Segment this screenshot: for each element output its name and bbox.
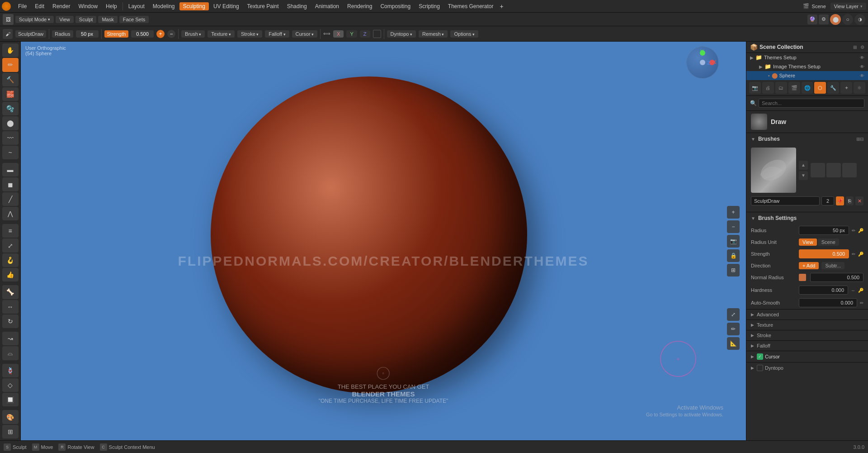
brushes-section-header[interactable]: ▼ Brushes ⊞ ⊟ xyxy=(746,133,868,145)
brush-type-icon[interactable]: 🖌 xyxy=(3,29,13,39)
image-themes-visibility[interactable]: 👁 xyxy=(860,64,864,69)
falloff-dropdown[interactable]: Falloff xyxy=(265,30,289,38)
view-mode-btn[interactable]: View xyxy=(56,16,74,23)
workspace-modeling[interactable]: Modeling xyxy=(149,2,179,10)
prop-output-icon[interactable]: 🖨 xyxy=(762,82,774,94)
grid-btn[interactable]: ⊞ xyxy=(727,264,740,277)
tool-fill[interactable]: ◼ xyxy=(2,177,19,191)
strength-edit-icon[interactable]: ✏ xyxy=(852,252,855,257)
menu-window[interactable]: Window xyxy=(75,2,101,10)
tool-smooth[interactable]: ~ xyxy=(2,146,19,159)
workspace-animation[interactable]: Animation xyxy=(311,2,343,10)
tool-elastic-deform[interactable]: ⤢ xyxy=(2,238,19,252)
collection-themes-setup[interactable]: ▶ 📁 Themes Setup 👁 xyxy=(746,53,868,62)
tool-nudge[interactable]: ↔ xyxy=(2,300,19,314)
brush-name-label[interactable]: SculptDraw xyxy=(15,30,46,38)
strength-add-btn[interactable]: + xyxy=(156,30,165,38)
collection-image-themes-setup[interactable]: ▶ 📁 Image Themes Setup 👁 xyxy=(746,62,868,71)
dyntopo-section[interactable]: ▶ Dyntopo xyxy=(746,362,868,373)
tool-clay[interactable]: 🔨 xyxy=(2,73,19,86)
axis-y[interactable]: Y xyxy=(346,30,357,38)
tool-draw-face-sets[interactable]: 🎨 xyxy=(2,410,19,424)
radius-keyframe-icon[interactable]: 🔑 xyxy=(858,228,863,233)
menu-render[interactable]: Render xyxy=(49,2,74,10)
collection-expand-icon[interactable]: ⊞ xyxy=(853,45,857,50)
workspace-shading[interactable]: Shading xyxy=(283,2,311,10)
brush-copy-btn[interactable]: ⎘ xyxy=(846,196,854,205)
dyntopo-dropdown[interactable]: Dyntopo xyxy=(387,30,416,38)
hardness-prop-value[interactable]: 0.000 xyxy=(799,286,848,295)
tool-snake-hook[interactable]: 🪝 xyxy=(2,253,19,267)
strength-sub-btn[interactable]: − xyxy=(167,30,175,38)
workspace-texture-paint[interactable]: Texture Paint xyxy=(244,2,283,10)
navigation-gizmo[interactable]: X Y Z xyxy=(686,46,719,79)
brush-grid-item-2[interactable] xyxy=(826,163,841,177)
transform-btn[interactable]: ⤢ xyxy=(727,308,740,321)
brushes-expand-icon[interactable]: ⊞ xyxy=(856,137,860,142)
viewport-shading-icon[interactable]: 🔮 xyxy=(807,14,817,24)
brush-preview-thumb[interactable] xyxy=(751,148,796,193)
prop-render-icon[interactable]: 📷 xyxy=(749,82,761,94)
tool-rotate[interactable]: ↻ xyxy=(2,315,19,328)
direction-add-btn[interactable]: + Add xyxy=(799,262,819,269)
strength-value[interactable]: 0.500 xyxy=(131,30,154,38)
themes-setup-visibility[interactable]: 👁 xyxy=(860,55,864,60)
collection-sphere[interactable]: • ⬤ Sphere 👁 xyxy=(746,71,868,80)
radius-unit-view-btn[interactable]: View xyxy=(799,238,817,246)
camera-btn[interactable]: 📷 xyxy=(727,235,740,248)
tool-inflate[interactable]: 🫧 xyxy=(2,102,19,115)
cursor-checkbox[interactable]: ✓ xyxy=(757,353,763,360)
sculpt-mode-selector[interactable]: Sculpt Mode xyxy=(15,16,54,23)
tool-pose[interactable]: 🦴 xyxy=(2,285,19,299)
strength-label[interactable]: Strength xyxy=(104,30,129,38)
normal-radius-value[interactable]: 0.500 xyxy=(810,273,863,282)
radius-edit-icon[interactable]: ✏ xyxy=(852,228,855,233)
options-dropdown[interactable]: Options xyxy=(450,30,478,38)
gizmo-sphere[interactable]: X Y Z xyxy=(686,46,719,79)
brush-delete-btn[interactable]: ✕ xyxy=(855,196,863,205)
sculpt-sphere[interactable] xyxy=(211,76,527,393)
prop-view-layer-icon[interactable]: 🗂 xyxy=(775,82,787,94)
prop-object-icon[interactable]: ⬡ xyxy=(814,82,826,94)
overlay-toggle[interactable]: ⚙ xyxy=(819,14,829,24)
remesh-dropdown[interactable]: Remesh xyxy=(419,30,448,38)
tool-sculpt-draw[interactable]: ✏ xyxy=(2,58,19,72)
menu-help[interactable]: Help xyxy=(102,2,121,10)
stroke-section[interactable]: ▶ Stroke xyxy=(746,330,868,340)
axis-x[interactable]: X xyxy=(333,30,344,38)
cursor-dropdown[interactable]: Cursor xyxy=(292,30,318,38)
radius-prop-value[interactable]: 50 px xyxy=(799,226,849,235)
auto-smooth-value[interactable]: 0.000 xyxy=(799,298,857,307)
tool-blob[interactable]: ⬤ xyxy=(2,116,19,130)
texture-dropdown[interactable]: Texture xyxy=(208,30,235,38)
axis-z[interactable]: Z xyxy=(360,30,370,38)
falloff-section[interactable]: ▶ Falloff xyxy=(746,340,868,351)
tool-clay-strips[interactable]: 🧱 xyxy=(2,87,19,101)
prop-particles-icon[interactable]: ✦ xyxy=(840,82,852,94)
tool-flatten[interactable]: ▬ xyxy=(2,163,19,176)
radius-value[interactable]: 50 px xyxy=(76,30,99,38)
mode-icon-btn[interactable]: 🖼 xyxy=(3,14,14,25)
tool-simplify[interactable]: ◇ xyxy=(2,378,19,392)
cursor-section[interactable]: ▶ ✓ Cursor xyxy=(746,351,868,362)
shading-solid[interactable]: ⬤ xyxy=(830,14,841,25)
lock-view-btn[interactable]: 🔒 xyxy=(727,249,740,262)
auto-smooth-edit-icon[interactable]: ✏ xyxy=(860,300,863,305)
tool-thumb[interactable]: 👍 xyxy=(2,268,19,281)
strength-keyframe-icon[interactable]: 🔑 xyxy=(858,252,863,257)
prop-physics-icon[interactable]: ⚛ xyxy=(854,82,865,94)
mask-btn[interactable]: Mask xyxy=(98,16,117,23)
prop-world-icon[interactable]: 🌐 xyxy=(802,82,813,94)
tool-slide-relax[interactable]: ↝ xyxy=(2,332,19,345)
brush-pin-btn[interactable]: 📌 xyxy=(836,196,844,205)
brush-dropdown[interactable]: Brush xyxy=(181,30,205,38)
sculpt-btn[interactable]: Sculpt xyxy=(75,16,97,23)
sphere-visibility[interactable]: 👁 xyxy=(860,73,864,78)
brush-grid-item-3[interactable] xyxy=(842,163,857,177)
brush-settings-header[interactable]: ▼ Brush Settings xyxy=(746,212,868,224)
radius-unit-scene-btn[interactable]: Scene xyxy=(818,238,839,246)
brush-nav-down[interactable]: ▼ xyxy=(799,171,808,180)
zoom-in-btn[interactable]: + xyxy=(727,206,740,219)
menu-file[interactable]: File xyxy=(14,2,30,10)
annotate-btn[interactable]: ✏ xyxy=(727,323,740,335)
